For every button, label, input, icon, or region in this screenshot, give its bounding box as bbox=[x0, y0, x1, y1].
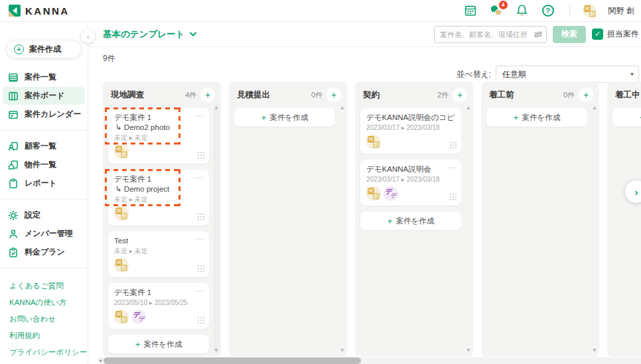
create-card-button[interactable]: + 案件を作成 bbox=[108, 335, 209, 353]
search-button[interactable]: 検索 bbox=[553, 26, 586, 43]
sidebar-item-member-management[interactable]: メンバー管理 bbox=[3, 225, 85, 243]
template-selector[interactable]: 基本のテンプレート bbox=[103, 29, 197, 40]
plan-icon bbox=[8, 247, 19, 258]
add-card-icon[interactable]: + bbox=[453, 88, 467, 102]
link-terms[interactable]: 利用規約 bbox=[0, 328, 88, 344]
drag-handle-icon[interactable] bbox=[449, 141, 457, 149]
sidebar-item-project-list[interactable]: 案件一覧 bbox=[3, 68, 85, 86]
card-dates: 未定 ▸ 未定 bbox=[114, 247, 203, 256]
help-icon[interactable]: ? bbox=[541, 3, 555, 18]
column-count: 0件 bbox=[311, 90, 322, 100]
drag-handle-icon[interactable] bbox=[197, 213, 204, 220]
board-column-site-survey: 現地調査 4件 + ⋯ デモ案件 1 ↳ Demo2 photo 未定 ▸ 未定… bbox=[103, 82, 221, 357]
assignee-avatar: 関 創 bbox=[366, 186, 381, 201]
search-input[interactable] bbox=[434, 26, 547, 43]
card-menu-icon[interactable]: ⋯ bbox=[194, 286, 204, 296]
template-label: 基本のテンプレート bbox=[103, 29, 184, 40]
card-title: デモ案件 1 bbox=[114, 113, 203, 123]
header-actions: 4 ? 関 創 関野 創 bbox=[463, 3, 634, 18]
add-card-icon[interactable]: + bbox=[579, 88, 593, 102]
card-menu-icon[interactable]: ⋯ bbox=[447, 162, 456, 172]
sidebar-item-report[interactable]: レポート bbox=[3, 174, 85, 192]
link-privacy-policy[interactable]: プライバシーポリシー bbox=[0, 344, 88, 361]
sidebar-item-pricing-plan[interactable]: 料金プラン bbox=[3, 243, 85, 261]
bell-icon[interactable] bbox=[515, 3, 530, 18]
chat-icon[interactable]: 4 bbox=[489, 3, 504, 18]
sidebar-item-settings[interactable]: 設定 bbox=[3, 206, 85, 224]
sidebar-item-property-list[interactable]: 物件一覧 bbox=[3, 156, 85, 174]
drag-handle-icon[interactable] bbox=[197, 316, 204, 324]
list-icon bbox=[8, 72, 19, 83]
gear-icon bbox=[8, 210, 19, 221]
sort-label: 並べ替え: bbox=[457, 69, 491, 80]
user-name[interactable]: 関野 創 bbox=[608, 5, 634, 17]
link-contact[interactable]: お問い合わせ bbox=[0, 311, 88, 328]
toolbar-right: 検索 ✓ 担当案件 bbox=[434, 26, 640, 43]
card-subtitle: ↳ Demo project bbox=[114, 184, 203, 194]
sort-select[interactable]: 任意順 ▾ bbox=[496, 66, 639, 83]
calendar-icon[interactable] bbox=[463, 3, 478, 18]
project-card[interactable]: ⋯ Test 未定 ▸ 未定 関 創 bbox=[108, 231, 209, 277]
assignee-avatar: 関 創 bbox=[366, 135, 381, 149]
scrollbar-thumb[interactable] bbox=[104, 357, 361, 364]
add-card-icon[interactable]: + bbox=[326, 88, 341, 102]
card-title: デモ案件 1 bbox=[114, 174, 203, 184]
kanna-logo[interactable]: KANNA bbox=[9, 5, 70, 17]
card-menu-icon[interactable]: ⋯ bbox=[194, 111, 204, 121]
card-dates: 未定 ▸ 未定 bbox=[114, 195, 203, 204]
link-how-to-use[interactable]: KANNAの使い方 bbox=[0, 294, 88, 311]
card-title: デモKANNA説明会のコピー bbox=[366, 113, 455, 123]
help-glyph: ? bbox=[542, 5, 554, 17]
add-card-icon[interactable]: + bbox=[200, 88, 215, 102]
result-count: 9件 bbox=[103, 53, 115, 64]
horizontal-scrollbar[interactable] bbox=[98, 357, 641, 364]
column-title: 着工中 bbox=[615, 90, 641, 101]
create-card-button[interactable]: + 案件を作成 bbox=[486, 108, 587, 127]
sidebar-collapse-button[interactable]: ‹ bbox=[81, 29, 95, 43]
column-count: 4件 bbox=[185, 90, 196, 100]
project-card[interactable]: ⋯ デモKANNA説明会のコピー 2023/03/17 ▸ 2023/03/18… bbox=[360, 108, 461, 154]
sidebar-item-customer-list[interactable]: 顧客一覧 bbox=[3, 137, 85, 155]
card-title: デモKANNA説明会 bbox=[366, 164, 455, 174]
card-title: デモ案件 1 bbox=[114, 288, 203, 298]
board-toolbar: 基本のテンプレート 検索 ✓ bbox=[89, 22, 641, 47]
project-card[interactable]: ⋯ デモ案件 1 ↳ Demo project 未定 ▸ 未定 関 創 bbox=[108, 170, 209, 225]
filter-icon[interactable] bbox=[534, 30, 543, 38]
create-card-button[interactable]: + 案件を作成 bbox=[360, 212, 461, 230]
project-card[interactable]: ⋯ デモKANNA説明会 2023/03/17 ▸ 2023/03/18 関 創… bbox=[360, 160, 461, 206]
link-faq[interactable]: よくあるご質問 bbox=[0, 278, 88, 294]
sidebar-links: よくあるご質問 KANNAの使い方 お問い合わせ 利用規約 プライバシーポリシー… bbox=[0, 275, 88, 364]
create-card-button[interactable]: + 案件を作成 bbox=[612, 108, 641, 127]
sidebar: + 案件作成 案件一覧 案件ボード 案件カレンダー bbox=[0, 22, 88, 364]
assignee-avatar: デ デ bbox=[384, 186, 398, 201]
board-column-estimate: 見積提出 0件 + + 案件を作成 bbox=[229, 82, 347, 357]
sidebar-divider bbox=[0, 268, 88, 269]
column-count: 0件 bbox=[563, 90, 575, 100]
calendar-small-icon bbox=[8, 109, 19, 120]
sidebar-item-project-board[interactable]: 案件ボード bbox=[3, 87, 85, 105]
board-icon bbox=[8, 91, 19, 101]
create-card-button[interactable]: + 案件を作成 bbox=[234, 108, 335, 127]
drag-handle-icon[interactable] bbox=[197, 151, 204, 158]
user-avatar[interactable]: 関 創 bbox=[583, 4, 596, 17]
scroll-left-arrow[interactable] bbox=[99, 359, 102, 362]
link-revision-history[interactable]: 改修履歴 bbox=[0, 361, 88, 364]
sidebar-item-label: 設定 bbox=[25, 210, 40, 221]
drag-handle-icon[interactable] bbox=[449, 193, 457, 200]
project-card[interactable]: ⋯ デモ案件 1 ↳ Demo2 photo 未定 ▸ 未定 関 創 bbox=[108, 108, 209, 164]
drag-handle-icon[interactable] bbox=[197, 265, 204, 272]
project-card[interactable]: ⋯ デモ案件 1 2023/05/10 ▸ 2023/05/25 関 創 デ デ bbox=[108, 283, 209, 329]
kanna-logo-icon bbox=[9, 5, 21, 17]
sidebar-item-label: レポート bbox=[25, 178, 57, 189]
create-project-button[interactable]: + 案件作成 bbox=[6, 40, 82, 58]
sort-value: 任意順 bbox=[502, 70, 526, 79]
card-menu-icon[interactable]: ⋯ bbox=[447, 111, 456, 121]
card-menu-icon[interactable]: ⋯ bbox=[194, 172, 204, 182]
assigned-checkbox[interactable]: ✓ bbox=[592, 29, 603, 40]
sidebar-item-label: メンバー管理 bbox=[25, 228, 73, 239]
create-project-label: 案件作成 bbox=[29, 44, 61, 55]
card-menu-icon[interactable]: ⋯ bbox=[194, 234, 204, 244]
sidebar-item-project-calendar[interactable]: 案件カレンダー bbox=[3, 105, 85, 123]
sidebar-divider bbox=[0, 130, 88, 131]
column-title: 見積提出 bbox=[237, 90, 307, 101]
